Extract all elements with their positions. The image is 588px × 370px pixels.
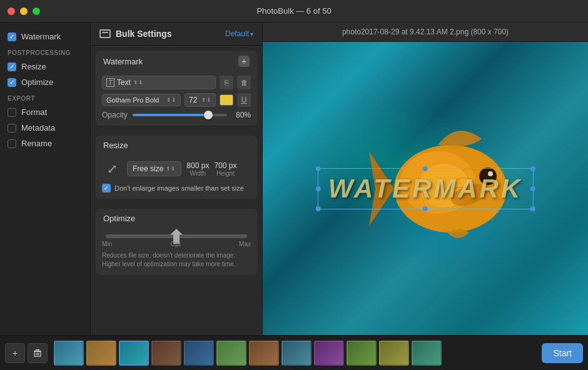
sidebar-item-watermark[interactable]: ✓ Watermark — [0, 29, 90, 44]
handle-bottom-right[interactable] — [530, 206, 535, 211]
filmstrip-thumb-3[interactable] — [119, 341, 149, 366]
resize-section-label: Resize — [103, 141, 128, 150]
font-select[interactable]: Gotham Pro Bold ⬆⬇ — [102, 94, 181, 106]
resize-arrows-icon: ⤢ — [102, 159, 122, 179]
optimize-slider-container: Min Opt Max — [102, 232, 251, 248]
optimize-max-label: Max — [239, 241, 251, 248]
watermark-overlay[interactable]: WATERMARK — [318, 168, 534, 209]
handle-bottom-left[interactable] — [316, 206, 321, 211]
watermark-add-button[interactable]: + — [238, 56, 250, 67]
close-button[interactable] — [8, 8, 15, 15]
resize-type-select[interactable]: Free size ⬆⬇ — [127, 161, 181, 176]
handle-middle-right[interactable] — [530, 186, 535, 191]
format-label: Format — [21, 108, 47, 117]
metadata-checkbox[interactable] — [8, 124, 16, 132]
filmstrip-thumb-11[interactable] — [379, 341, 409, 366]
preview-filename: photo2017-08-29 at 9.42.13 AM 2.png (800… — [342, 28, 509, 36]
postprocessing-label: POSTPROCESSING — [0, 44, 90, 59]
opacity-slider[interactable] — [133, 114, 227, 116]
watermark-opacity-row: Opacity 80% — [102, 111, 251, 119]
handle-top-middle[interactable] — [423, 166, 428, 171]
dont-enlarge-row: ✓ Don't enlarge images smaller than set … — [102, 184, 251, 192]
dont-enlarge-checkbox[interactable]: ✓ — [102, 184, 111, 192]
rename-checkbox[interactable] — [8, 139, 16, 148]
maximize-button[interactable] — [33, 8, 40, 15]
traffic-lights — [8, 8, 40, 15]
fish-image: WATERMARK — [263, 42, 588, 335]
opacity-value: 80% — [232, 111, 251, 119]
opacity-label: Opacity — [102, 111, 128, 119]
filmstrip-thumb-1[interactable] — [54, 341, 84, 366]
optimize-section: Optimize Min Opt Max Reduces — [96, 209, 257, 275]
sidebar-item-optimize[interactable]: ✓ Optimize — [0, 74, 90, 90]
svg-rect-9 — [36, 349, 39, 351]
delete-image-button[interactable] — [28, 343, 48, 363]
type-chevron-icon: ⬆⬇ — [133, 79, 143, 86]
resize-section-content: ⤢ Free size ⬆⬇ 800 px Width 700 px Heigh… — [96, 155, 257, 199]
font-chevron-icon: ⬆⬇ — [166, 97, 176, 103]
start-button[interactable]: Start — [542, 343, 583, 363]
handle-bottom-middle[interactable] — [423, 206, 428, 211]
filmstrip-thumb-2[interactable] — [86, 341, 116, 366]
filmstrip-thumb-8[interactable] — [281, 341, 312, 366]
watermark-checkbox[interactable]: ✓ — [8, 32, 16, 41]
sidebar-item-resize[interactable]: ✓ Resize — [0, 59, 90, 74]
width-value: 800 px — [186, 161, 209, 170]
watermark-type-select[interactable]: T Text ⬆⬇ — [102, 76, 216, 89]
dont-enlarge-text: Don't enlarge images smaller than set si… — [114, 184, 244, 192]
default-button[interactable]: Default ▾ — [225, 29, 253, 38]
preview-content: WATERMARK — [263, 42, 588, 335]
sidebar-item-rename[interactable]: Rename — [0, 136, 90, 151]
watermark-section-content: T Text ⬆⬇ ⎘ 🗑 Gotham Pro Bold ⬆⬇ 72 — [96, 72, 257, 126]
watermark-label: Watermark — [21, 32, 61, 41]
resize-checkbox[interactable]: ✓ — [8, 62, 16, 71]
filmstrip-thumb-10[interactable] — [347, 341, 377, 366]
handle-top-right[interactable] — [530, 166, 535, 171]
optimize-slider[interactable] — [106, 234, 247, 238]
watermark-delete-button[interactable]: 🗑 — [237, 76, 251, 89]
watermark-type-row: T Text ⬆⬇ ⎘ 🗑 — [102, 76, 251, 89]
metadata-label: Metadata — [21, 123, 55, 132]
filmstrip-thumb-12[interactable] — [412, 341, 442, 366]
font-name: Gotham Pro Bold — [106, 96, 159, 104]
minimize-button[interactable] — [20, 8, 28, 15]
bulk-settings-title: Bulk Settings — [99, 29, 171, 39]
resize-chevron-icon: ⬆⬇ — [166, 166, 176, 172]
optimize-section-content: Min Opt Max Reduces file size, doesn't d… — [96, 228, 257, 275]
add-image-button[interactable]: + — [5, 343, 25, 363]
opacity-fill — [133, 114, 208, 116]
filmstrip-thumb-7[interactable] — [249, 341, 279, 366]
handle-top-left[interactable] — [316, 166, 321, 171]
underline-button[interactable]: U — [237, 93, 251, 107]
optimize-section-header: Optimize — [96, 209, 257, 228]
preview-header: photo2017-08-29 at 9.42.13 AM 2.png (800… — [263, 22, 588, 42]
filmstrip-thumb-4[interactable] — [151, 341, 181, 366]
chevron-down-icon: ▾ — [250, 31, 253, 38]
preview-area: photo2017-08-29 at 9.42.13 AM 2.png (800… — [263, 22, 588, 335]
font-size-value: 72 — [189, 96, 197, 104]
optimize-description: Reduces file size, doesn't deteriorate t… — [102, 251, 251, 269]
height-group: 700 px Height — [214, 161, 236, 177]
watermark-text-display: WATERMARK — [328, 174, 523, 204]
sidebar-item-format[interactable]: Format — [0, 104, 90, 120]
optimize-labels: Min Opt Max — [102, 241, 251, 248]
format-checkbox[interactable] — [8, 108, 16, 117]
watermark-section-header: Watermark + — [96, 51, 257, 72]
handle-middle-left[interactable] — [316, 186, 321, 191]
opacity-thumb[interactable] — [204, 111, 213, 119]
filmstrip-thumb-5[interactable] — [184, 341, 214, 366]
watermark-font-row: Gotham Pro Bold ⬆⬇ 72 ⬆⬇ U — [102, 93, 251, 107]
filmstrip-thumbs — [54, 341, 533, 366]
font-size-select[interactable]: 72 ⬆⬇ — [185, 93, 216, 107]
optimize-checkbox[interactable]: ✓ — [8, 78, 16, 87]
title-bar: PhotoBulk — 6 of 50 — [0, 0, 588, 22]
rename-label: Rename — [21, 139, 52, 148]
height-value: 700 px — [214, 161, 236, 170]
filmstrip-thumb-9[interactable] — [314, 341, 344, 366]
resize-label: Resize — [21, 62, 46, 71]
watermark-copy-button[interactable]: ⎘ — [220, 76, 233, 89]
filmstrip-thumb-6[interactable] — [216, 341, 246, 366]
export-label: EXPORT — [0, 90, 90, 104]
color-swatch[interactable] — [220, 94, 233, 106]
sidebar-item-metadata[interactable]: Metadata — [0, 120, 90, 136]
